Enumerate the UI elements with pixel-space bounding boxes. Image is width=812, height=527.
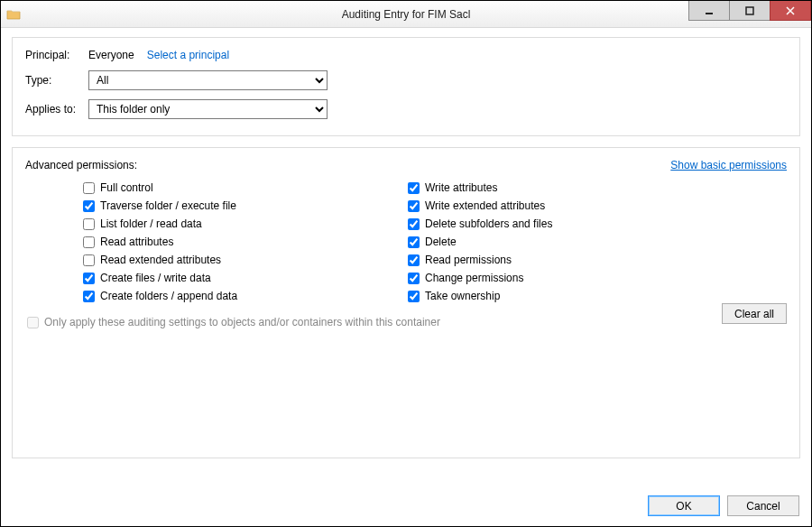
perm-write-attributes[interactable] xyxy=(408,182,420,194)
principal-value: Everyone xyxy=(88,49,134,61)
perm-label: Delete subfolders and files xyxy=(425,217,552,230)
ok-button[interactable]: OK xyxy=(648,495,720,516)
type-select[interactable]: All xyxy=(88,70,328,90)
type-label: Type: xyxy=(25,74,88,87)
perm-label: Take ownership xyxy=(425,290,500,302)
select-principal-link[interactable]: Select a principal xyxy=(147,49,229,61)
perm-full-control[interactable] xyxy=(83,182,95,194)
perm-label: List folder / read data xyxy=(100,217,202,230)
applies-to-select[interactable]: This folder only xyxy=(88,99,328,119)
perm-create-files[interactable] xyxy=(83,273,95,284)
only-apply-checkbox xyxy=(27,317,39,328)
perm-read-ext-attributes[interactable] xyxy=(83,254,95,266)
perm-label: Read permissions xyxy=(425,254,512,266)
applies-to-label: Applies to: xyxy=(25,103,88,116)
perm-write-ext-attributes[interactable] xyxy=(408,200,420,212)
principal-panel: Principal: Everyone Select a principal T… xyxy=(12,37,800,136)
cancel-button[interactable]: Cancel xyxy=(727,495,799,516)
folder-icon xyxy=(6,7,21,22)
perm-list-folder[interactable] xyxy=(83,218,95,230)
maximize-button[interactable] xyxy=(729,1,770,21)
perm-label: Write attributes xyxy=(425,181,497,194)
close-button[interactable] xyxy=(770,1,811,21)
svg-rect-1 xyxy=(746,7,753,14)
perm-label: Create files / write data xyxy=(100,272,211,284)
perm-label: Delete xyxy=(425,236,457,248)
perm-take-ownership[interactable] xyxy=(408,291,420,302)
svg-rect-0 xyxy=(706,13,713,14)
perm-label: Change permissions xyxy=(425,272,523,284)
only-apply-label: Only apply these auditing settings to ob… xyxy=(44,316,440,328)
titlebar: Auditing Entry for FIM Sacl xyxy=(1,1,811,28)
clear-all-button[interactable]: Clear all xyxy=(722,303,787,324)
show-basic-permissions-link[interactable]: Show basic permissions xyxy=(670,159,787,171)
permissions-col-right: Write attributes Write extended attribut… xyxy=(408,179,733,305)
perm-label: Full control xyxy=(100,181,153,194)
perm-read-permissions[interactable] xyxy=(408,254,420,266)
perm-delete-subfolders[interactable] xyxy=(408,218,420,230)
permissions-panel: Advanced permissions: Show basic permiss… xyxy=(12,147,800,458)
perm-label: Read attributes xyxy=(100,236,173,248)
advanced-permissions-heading: Advanced permissions: xyxy=(25,159,137,171)
dialog-footer: OK Cancel xyxy=(648,495,799,516)
perm-label: Traverse folder / execute file xyxy=(100,199,236,212)
perm-delete[interactable] xyxy=(408,236,420,248)
permissions-col-left: Full control Traverse folder / execute f… xyxy=(83,179,408,305)
minimize-button[interactable] xyxy=(688,1,730,21)
perm-change-permissions[interactable] xyxy=(408,273,420,284)
perm-read-attributes[interactable] xyxy=(83,236,95,248)
perm-label: Read extended attributes xyxy=(100,254,221,266)
perm-traverse-folder[interactable] xyxy=(83,200,95,212)
window-controls xyxy=(689,1,811,21)
perm-label: Create folders / append data xyxy=(100,290,237,302)
perm-create-folders[interactable] xyxy=(83,291,95,302)
principal-label: Principal: xyxy=(25,49,88,61)
perm-label: Write extended attributes xyxy=(425,199,545,212)
